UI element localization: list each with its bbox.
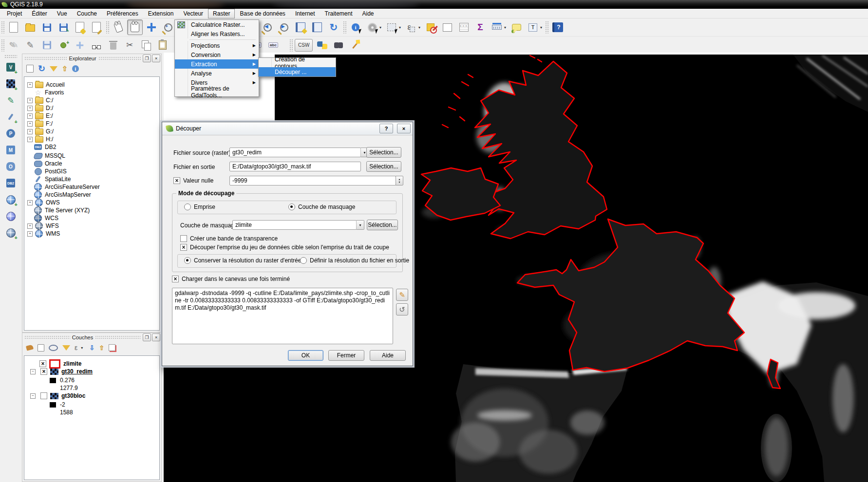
menu-item-calculatrice-raster[interactable]: Calculatrice Raster... <box>175 20 259 29</box>
set-resolution-radio[interactable] <box>300 257 307 264</box>
delete-selected-button[interactable] <box>105 37 121 53</box>
list-item[interactable]: MSSQL <box>27 152 65 160</box>
refresh-map-button[interactable]: ↻ <box>326 19 341 35</box>
ok-button[interactable]: OK <box>288 350 323 361</box>
remove-layer-icon[interactable] <box>109 344 115 351</box>
layer-row-zlimite[interactable]: × zlimite <box>30 360 81 368</box>
toolbar-handle[interactable] <box>545 21 548 34</box>
reset-command-button[interactable]: ↺ <box>396 303 408 315</box>
measure-dropdown[interactable]: ▾ <box>504 25 508 30</box>
source-combobox[interactable]: gt30_redim <box>229 148 361 157</box>
menu-item-analyse[interactable]: Analyse ▶ <box>175 69 259 78</box>
collapse-all-icon[interactable]: ⇧ <box>62 65 68 73</box>
add-mssql-layer-button[interactable]: M <box>3 143 18 157</box>
expand-icon[interactable]: + <box>27 121 33 127</box>
menu-item-aligner-rasters[interactable]: Aligner les Rasters... <box>175 29 259 38</box>
toolbar-handle[interactable] <box>1 39 4 52</box>
expand-all-icon[interactable]: ⇩ <box>89 344 94 352</box>
layer-row-gt30-redim[interactable]: − × gt30_redim <box>30 368 93 375</box>
new-project-button[interactable] <box>6 19 21 35</box>
expand-icon[interactable]: + <box>27 231 33 237</box>
keep-resolution-radio[interactable] <box>184 257 191 264</box>
pan-to-selection-button[interactable] <box>144 19 159 35</box>
menu-raster[interactable]: Raster <box>208 9 235 19</box>
title-bar[interactable]: QGIS 2.18.9 <box>0 0 868 9</box>
new-shapefile-layer-button[interactable]: ✎ <box>3 93 18 108</box>
menu-vecteur[interactable]: Vecteur <box>178 9 208 19</box>
mask-radio-row[interactable]: Couche de masquage <box>288 204 355 210</box>
nodata-spinbox[interactable]: -9999 <box>229 176 396 185</box>
source-selection-button[interactable]: Sélection... <box>366 147 401 158</box>
list-item[interactable]: Tile Server (XYZ) <box>27 206 90 214</box>
aide-button[interactable]: Aide <box>370 350 406 361</box>
zoom-last-button[interactable]: ◀ <box>260 19 275 35</box>
select-features-button[interactable] <box>384 19 399 35</box>
layer-checkbox-unchecked[interactable] <box>40 392 47 399</box>
menu-projet[interactable]: Projet <box>2 9 27 19</box>
list-item[interactable]: DB2DB2 <box>27 143 56 151</box>
collapse-icon[interactable]: − <box>30 369 36 374</box>
map-tips-button[interactable] <box>509 19 524 35</box>
list-item[interactable]: WCS <box>27 214 58 222</box>
add-oracle-layer-button[interactable]: O <box>3 159 18 174</box>
add-feature-button[interactable] <box>56 37 71 53</box>
feature-action-dropdown[interactable]: ▾ <box>379 25 383 30</box>
float-panel-button[interactable]: ❐ <box>143 55 151 62</box>
menu-base-de-donnees[interactable]: Base de données <box>235 9 290 19</box>
metasearch-button[interactable] <box>331 37 346 53</box>
layer-styling-icon[interactable] <box>26 344 34 351</box>
paste-features-button[interactable] <box>155 37 170 53</box>
identify-features-button[interactable]: i <box>348 19 363 35</box>
add-wcs-layer-button[interactable] <box>3 209 18 223</box>
toolbar-handle[interactable] <box>289 39 293 52</box>
statistical-summary-button[interactable]: Σ <box>472 19 488 35</box>
toggle-editing-button[interactable]: ✎ <box>22 37 38 53</box>
python-console-button[interactable] <box>314 37 330 53</box>
set-resolution-row[interactable]: Définir la résolution du fichier en sort… <box>300 257 409 264</box>
list-item[interactable]: PostGIS <box>27 167 67 175</box>
properties-info-icon[interactable]: i <box>72 65 79 72</box>
list-item[interactable]: ArcGisFeatureServer <box>27 183 100 191</box>
collapse-all-icon[interactable]: ⇧ <box>99 344 104 352</box>
menu-item-parametres-gdaltools[interactable]: Paramètres de GdalTools... <box>175 87 259 96</box>
menu-vue[interactable]: Vue <box>52 9 72 19</box>
menu-aide[interactable]: Aide <box>357 9 378 19</box>
deselect-all-button[interactable] <box>423 19 438 35</box>
layer-checkbox[interactable]: × <box>39 360 46 367</box>
command-textarea[interactable]: gdalwarp -dstnodata -9999 -q -cutline E:… <box>172 288 393 344</box>
list-item[interactable]: +E:/ <box>27 112 53 120</box>
new-bookmark-button[interactable] <box>293 19 308 35</box>
osm-wand-button[interactable] <box>347 37 363 53</box>
menu-preferences[interactable]: Préférences <box>102 9 143 19</box>
touch-zoom-button[interactable] <box>111 19 126 35</box>
keep-resolution-row[interactable]: Conserver la résolution du raster d'entr… <box>184 257 301 264</box>
cut-features-button[interactable]: ✂ <box>122 37 137 53</box>
expand-icon[interactable]: + <box>27 106 33 111</box>
node-tool-button[interactable] <box>89 37 104 53</box>
edit-command-button[interactable]: ✎ <box>396 289 408 301</box>
csw-button[interactable]: CSW <box>295 39 313 52</box>
add-group-icon[interactable] <box>38 344 44 352</box>
expand-icon[interactable]: + <box>27 223 33 229</box>
toolbar-handle[interactable] <box>1 21 4 34</box>
mask-selection-button[interactable]: Sélection... <box>367 220 398 230</box>
alpha-checkbox[interactable] <box>180 235 187 242</box>
load-canvas-row[interactable]: × Charger dans le canevas une fois termi… <box>172 276 290 282</box>
add-db2-layer-button[interactable]: DB2 <box>3 176 18 190</box>
add-vector-layer-button[interactable]: V+ <box>3 60 18 74</box>
select-expression-dropdown[interactable]: ▾ <box>418 25 422 30</box>
output-selection-button[interactable]: Sélection... <box>366 161 401 172</box>
run-feature-action-button[interactable] <box>364 19 380 35</box>
open-project-button[interactable] <box>22 19 38 35</box>
open-attribute-table-button[interactable] <box>439 19 455 35</box>
filter-icon[interactable] <box>50 66 57 72</box>
mask-layer-combobox[interactable]: zlimite <box>232 220 357 230</box>
save-project-as-button[interactable]: ✎ <box>56 19 71 35</box>
show-bookmarks-button[interactable] <box>309 19 325 35</box>
list-item[interactable]: +Accueil <box>27 81 65 89</box>
current-edits-button[interactable]: ✎✎ <box>6 37 21 53</box>
mask-radio[interactable] <box>288 204 295 210</box>
list-item[interactable]: +H:/ <box>27 135 53 143</box>
select-features-dropdown[interactable]: ▾ <box>399 25 403 30</box>
select-by-expression-button[interactable]: ε <box>403 19 419 35</box>
